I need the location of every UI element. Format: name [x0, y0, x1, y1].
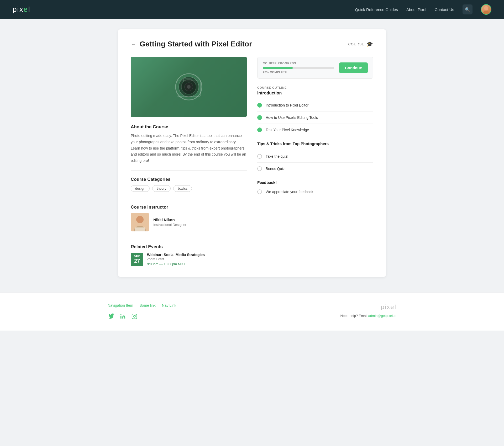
svg-point-0	[484, 6, 488, 10]
event-title: Webinar: Social Media Strategies	[147, 253, 205, 257]
instructor-info: Nikki Nikon Instructional Designer	[153, 217, 186, 227]
nav-contact[interactable]: Contact Us	[435, 7, 454, 12]
twitter-icon[interactable]	[108, 313, 115, 320]
outline-item-text-1: Introduction to Pixel Editor	[266, 103, 308, 107]
completed-dot-3	[257, 128, 262, 132]
search-icon: 🔍	[465, 7, 470, 12]
instructor-section: Course Instructor Nikki Nikon	[131, 205, 247, 231]
footer-link-3[interactable]: Nav Link	[162, 303, 176, 307]
continue-button[interactable]: Continue	[339, 62, 368, 73]
svg-point-13	[120, 314, 122, 315]
page-wrapper: ← Getting Started with Pixel Editor COUR…	[108, 29, 396, 277]
nav-links: Quick Reference Guides About Pixel Conta…	[355, 4, 491, 15]
footer-help: Need help? Email admin@getpixel.io	[340, 314, 396, 318]
content-card: ← Getting Started with Pixel Editor COUR…	[118, 29, 386, 277]
categories-section: Course Categories design theory basics	[131, 177, 247, 192]
footer: Navigation Item Some link Nav Link pixel…	[0, 293, 504, 331]
footer-help-text: Need help? Email	[340, 314, 368, 318]
progress-bar-fill	[263, 67, 293, 69]
event-month: DEC	[134, 255, 140, 258]
footer-link-1[interactable]: Navigation Item	[108, 303, 133, 307]
footer-email[interactable]: admin@getpixel.io	[368, 314, 396, 318]
outline-item-4[interactable]: Take the quiz!	[257, 150, 373, 163]
feedback-section-title: Feedback!	[257, 180, 373, 185]
course-image	[131, 57, 247, 117]
course-badge-label: COURSE	[348, 42, 364, 46]
svg-point-10	[136, 216, 144, 223]
footer-logo: pixel	[340, 303, 396, 311]
avatar-image	[481, 5, 491, 14]
camera-svg	[172, 70, 206, 104]
events-section: Related Events DEC 27 Webinar: Social Me…	[131, 244, 247, 266]
instructor-avatar	[131, 213, 149, 231]
instagram-icon[interactable]	[131, 313, 138, 320]
two-col-layout: About the Course Photo editing made easy…	[131, 57, 373, 266]
outline-item-2[interactable]: How to Use Pixel's Editing Tools	[257, 111, 373, 124]
outline-item-text-5: Bonus Quiz	[266, 167, 285, 171]
instructor-row: Nikki Nikon Instructional Designer	[131, 213, 247, 231]
svg-point-1	[483, 11, 489, 14]
graduation-icon: 🎓	[366, 41, 373, 47]
outline-item-5[interactable]: Bonus Quiz	[257, 163, 373, 175]
outline-item-text-3: Test Your Pixel Knowledge	[266, 128, 309, 132]
event-time: 9:00pm — 10:00pm MDT	[147, 262, 205, 266]
tag-design[interactable]: design	[131, 185, 150, 192]
outline-item-text-2: How to Use Pixel's Editing Tools	[266, 115, 318, 120]
footer-left: Navigation Item Some link Nav Link	[108, 303, 176, 320]
svg-rect-12	[135, 227, 145, 231]
outline-item-text-4: Take the quiz!	[266, 154, 288, 158]
avatar[interactable]	[481, 4, 491, 15]
progress-card: COURSE PROGRESS 42% COMPLETE Continue	[257, 57, 373, 79]
navbar: pixel Quick Reference Guides About Pixel…	[0, 0, 504, 19]
tag-basics[interactable]: basics	[173, 185, 192, 192]
event-day: 27	[134, 258, 140, 264]
course-badge: COURSE 🎓	[348, 41, 373, 47]
instructor-title: Course Instructor	[131, 205, 247, 210]
about-text: Photo editing made easy. The Pixel Edito…	[131, 133, 247, 164]
footer-links: Navigation Item Some link Nav Link	[108, 303, 176, 307]
svg-point-6	[187, 85, 191, 89]
completed-dot-2	[257, 115, 262, 120]
instructor-name: Nikki Nikon	[153, 217, 186, 222]
footer-link-2[interactable]: Some link	[139, 303, 155, 307]
event-info: Webinar: Social Media Strategies Zoom Ev…	[147, 253, 205, 266]
right-column: COURSE PROGRESS 42% COMPLETE Continue CO…	[257, 57, 373, 266]
page-title: Getting Started with Pixel Editor	[140, 40, 252, 48]
footer-inner: Navigation Item Some link Nav Link pixel…	[108, 303, 396, 320]
outline-item-1[interactable]: Introduction to Pixel Editor	[257, 99, 373, 111]
events-title: Related Events	[131, 244, 247, 249]
left-column: About the Course Photo editing made easy…	[131, 57, 247, 266]
empty-dot-3	[257, 189, 262, 194]
outline-item-text-6: We appreciate your feedback!	[266, 190, 314, 194]
progress-label: COURSE PROGRESS	[263, 62, 334, 65]
instructor-role: Instructional Designer	[153, 223, 186, 227]
svg-rect-14	[132, 314, 137, 319]
nav-about[interactable]: About Pixel	[406, 7, 426, 12]
event-row: DEC 27 Webinar: Social Media Strategies …	[131, 253, 247, 266]
outline-section: COURSE OUTLINE Introduction Introduction…	[257, 86, 373, 198]
logo: pixel	[13, 5, 30, 14]
progress-info: COURSE PROGRESS 42% COMPLETE	[263, 62, 334, 74]
footer-right: pixel Need help? Email admin@getpixel.io	[340, 303, 396, 318]
tips-section-header: Tips & Tricks from Top Photographers	[257, 141, 373, 149]
event-date-box: DEC 27	[131, 253, 143, 266]
progress-bar-bg	[263, 67, 334, 69]
outline-item-6[interactable]: We appreciate your feedback!	[257, 186, 373, 198]
progress-percent: 42% COMPLETE	[263, 71, 334, 74]
nav-quick-reference[interactable]: Quick Reference Guides	[355, 7, 398, 12]
empty-dot-2	[257, 166, 262, 171]
search-button[interactable]: 🔍	[463, 4, 472, 14]
back-button[interactable]: ←	[131, 41, 136, 47]
tag-theory[interactable]: theory	[152, 185, 171, 192]
outline-item-3[interactable]: Test Your Pixel Knowledge	[257, 124, 373, 136]
linkedin-icon[interactable]	[119, 313, 127, 320]
title-group: ← Getting Started with Pixel Editor	[131, 40, 252, 48]
page-header: ← Getting Started with Pixel Editor COUR…	[131, 40, 373, 48]
footer-social	[108, 313, 176, 320]
svg-point-15	[133, 315, 135, 317]
outline-label: COURSE OUTLINE	[257, 86, 373, 89]
empty-dot-1	[257, 154, 262, 159]
about-section: About the Course Photo editing made easy…	[131, 124, 247, 164]
tags-row: design theory basics	[131, 185, 247, 192]
instructor-avatar-image	[131, 213, 149, 231]
